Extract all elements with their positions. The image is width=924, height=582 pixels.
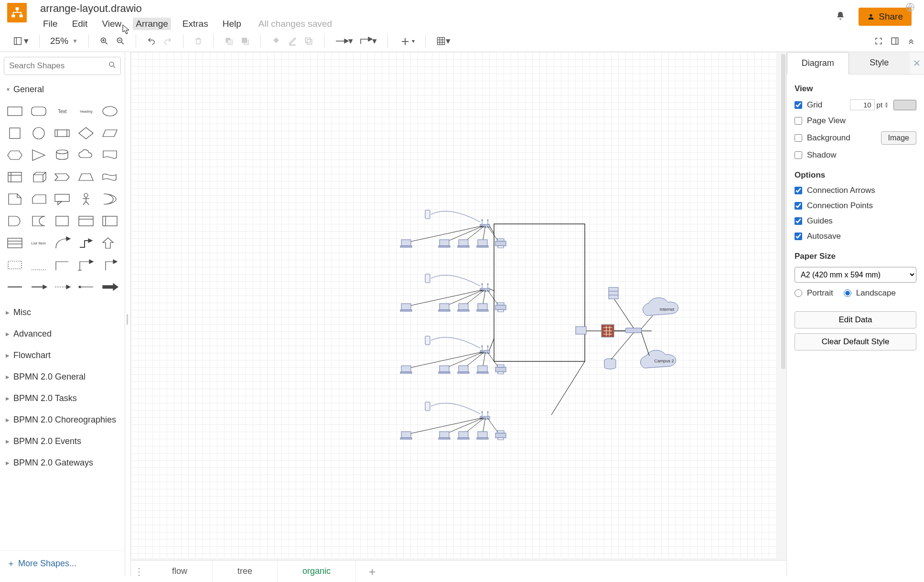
menu-extras[interactable]: Extras	[180, 18, 211, 30]
search-icon[interactable]	[108, 61, 117, 72]
conn-arrows-checkbox[interactable]	[795, 187, 802, 194]
shape-document[interactable]	[100, 146, 120, 164]
shape-datastore[interactable]	[29, 212, 49, 230]
section-bpmn-events[interactable]: ▶BPMN 2.0 Events	[0, 431, 125, 452]
shape-arrow-up[interactable]	[100, 234, 120, 252]
shadow-icon[interactable]	[304, 36, 313, 46]
section-flowchart[interactable]: ▶Flowchart	[0, 345, 125, 366]
to-front-icon[interactable]	[224, 36, 234, 46]
shape-cloud[interactable]	[76, 146, 96, 164]
edit-data-button[interactable]: Edit Data	[795, 311, 916, 328]
grid-color-swatch[interactable]	[893, 100, 916, 110]
shape-diamond[interactable]	[76, 124, 96, 142]
insert-icon[interactable]: ＋ ▾	[398, 32, 415, 50]
line-color-icon[interactable]	[288, 36, 297, 46]
connection-style-icon[interactable]: ▾	[335, 35, 353, 46]
menu-file[interactable]: File	[40, 18, 61, 30]
shape-connector[interactable]	[76, 278, 96, 296]
fullscreen-icon[interactable]	[874, 37, 883, 45]
shape-cylinder[interactable]	[53, 146, 73, 164]
redo-icon[interactable]	[163, 37, 172, 45]
shape-actor[interactable]	[76, 190, 96, 208]
zoom-in-icon[interactable]	[99, 36, 109, 46]
shape-or[interactable]	[100, 190, 120, 208]
shape-bidir-elbow[interactable]	[76, 256, 96, 274]
waypoint-style-icon[interactable]: ▾	[360, 35, 377, 46]
fill-color-icon[interactable]	[271, 36, 281, 46]
close-panel-icon[interactable]: ✕	[910, 52, 924, 74]
shape-triangle[interactable]	[29, 146, 49, 164]
shape-curve[interactable]	[53, 234, 73, 252]
background-checkbox[interactable]	[795, 134, 802, 142]
shape-rounded-rect[interactable]	[29, 102, 49, 120]
search-shapes-input[interactable]	[4, 57, 121, 75]
zoom-out-icon[interactable]	[116, 36, 125, 46]
section-bpmn-gateways[interactable]: ▶BPMN 2.0 Gateways	[0, 452, 125, 474]
shape-elbow-arrow2[interactable]	[100, 256, 120, 274]
section-misc[interactable]: ▶Misc	[0, 302, 125, 323]
menu-edit[interactable]: Edit	[69, 18, 91, 30]
canvas-vertical-scrollbar[interactable]	[781, 54, 785, 369]
section-advanced[interactable]: ▶Advanced	[0, 323, 125, 345]
shape-listitem[interactable]: List Item	[29, 234, 49, 252]
tab-style[interactable]: Style	[849, 52, 910, 74]
shape-note[interactable]	[5, 190, 25, 208]
sidebar-toggle-icon[interactable]: ▾	[12, 35, 29, 46]
page-tab-organic[interactable]: organic	[278, 561, 356, 582]
shape-arrow-elbow[interactable]	[76, 234, 96, 252]
menu-help[interactable]: Help	[220, 18, 244, 30]
shape-line-arrow[interactable]	[29, 278, 49, 296]
format-panel-icon[interactable]	[891, 37, 899, 45]
shape-thick-arrow[interactable]	[100, 278, 120, 296]
delete-icon[interactable]	[194, 36, 203, 46]
section-bpmn-choreographies[interactable]: ▶BPMN 2.0 Choreographies	[0, 409, 125, 431]
shape-container[interactable]	[53, 212, 73, 230]
shape-step[interactable]	[53, 168, 73, 186]
pages-menu-icon[interactable]: ⋮	[131, 566, 147, 577]
portrait-radio[interactable]	[795, 289, 802, 297]
table-icon[interactable]: ▾	[436, 35, 451, 46]
to-back-icon[interactable]	[240, 36, 250, 46]
autosave-checkbox[interactable]	[795, 233, 802, 240]
shape-circle[interactable]	[29, 124, 49, 142]
undo-icon[interactable]	[147, 37, 156, 45]
shape-and[interactable]	[5, 212, 25, 230]
shape-callout[interactable]	[53, 190, 73, 208]
clear-style-button[interactable]: Clear Default Style	[795, 333, 916, 350]
page-tab-tree[interactable]: tree	[213, 561, 278, 582]
shape-elbow2[interactable]	[53, 256, 73, 274]
zoom-dropdown[interactable]: 25%▼	[50, 36, 78, 46]
shape-cube[interactable]	[29, 168, 49, 186]
shape-vcontainer[interactable]	[100, 212, 120, 230]
shape-text[interactable]: Text	[53, 102, 73, 120]
shape-ellipse[interactable]	[100, 102, 120, 120]
guides-checkbox[interactable]	[795, 217, 802, 225]
shape-dashed-line[interactable]	[29, 256, 49, 274]
section-bpmn-tasks[interactable]: ▶BPMN 2.0 Tasks	[0, 388, 125, 409]
tab-diagram[interactable]: Diagram	[787, 52, 849, 74]
image-button[interactable]: Image	[881, 131, 916, 145]
shape-parallelogram[interactable]	[100, 124, 120, 142]
shape-square[interactable]	[5, 124, 25, 142]
diagram-content[interactable]: Internet Campus 2	[131, 52, 776, 558]
app-logo[interactable]	[7, 3, 27, 22]
grid-checkbox[interactable]	[795, 101, 802, 109]
shape-line[interactable]	[5, 278, 25, 296]
conn-points-checkbox[interactable]	[795, 202, 802, 210]
menu-arrange[interactable]: Arrange	[133, 18, 171, 30]
language-icon[interactable]	[905, 2, 915, 15]
shape-heading[interactable]: Heading	[76, 102, 96, 120]
page-tab-flow[interactable]: flow	[147, 561, 213, 582]
add-page-icon[interactable]: ＋	[356, 564, 388, 579]
shadow-checkbox[interactable]	[795, 151, 802, 159]
notifications-icon[interactable]	[836, 11, 845, 23]
shape-hexagon[interactable]	[5, 146, 25, 164]
collapse-icon[interactable]	[907, 37, 915, 45]
shape-dashed-rect[interactable]	[5, 256, 25, 274]
grid-size-input[interactable]: 10	[850, 99, 875, 110]
landscape-radio[interactable]	[844, 289, 851, 297]
pageview-checkbox[interactable]	[795, 117, 802, 125]
shape-rectangle[interactable]	[5, 102, 25, 120]
shape-process[interactable]	[53, 124, 73, 142]
grid-size-stepper[interactable]: ▲▼	[884, 102, 889, 108]
